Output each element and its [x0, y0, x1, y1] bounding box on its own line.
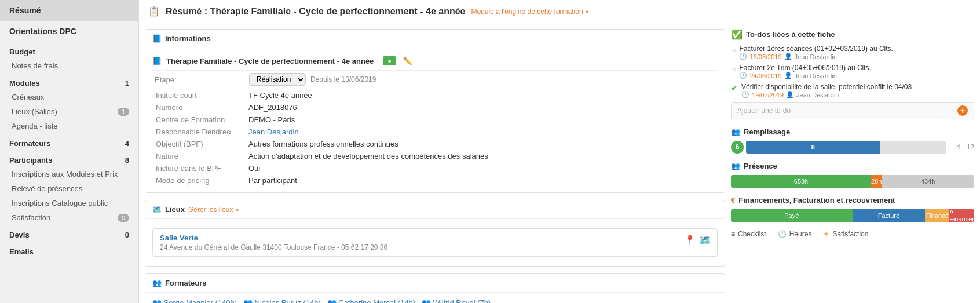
remplissage-section: 👥 Remplissage 6 8 4 12: [731, 127, 974, 154]
manage-lieux-link[interactable]: Gérer les lieux »: [188, 206, 239, 214]
checklist-item: ≡ Checklist: [731, 230, 766, 238]
lieux-section: 🗺️ Lieux Gérer les lieux » Salle Verte 2…: [145, 200, 725, 267]
book-icon: 📘: [152, 34, 162, 43]
clock-icon: 🕐: [778, 230, 787, 238]
formateur-link-3[interactable]: Wilfrid Revel (7h): [433, 298, 491, 303]
info-value-4: Autres formations professionnelles conti…: [245, 138, 718, 150]
todo-text-1: Facturer 2e Trim (04+05+06/2019) au Clts…: [739, 64, 871, 72]
location-block: Salle Verte 24 Avenue du Général de Gaul…: [152, 228, 718, 257]
info-row-6: Inclure dans le BPFOui: [152, 162, 718, 174]
formateur-3: 👥 Wilfrid Revel (7h): [422, 298, 491, 303]
presence-green: 658h: [731, 175, 871, 188]
formateur-link-1[interactable]: Nicolas Buruz (14h): [255, 298, 321, 303]
info-value-3[interactable]: Jean Desjardin: [245, 126, 718, 138]
formateur-link-2[interactable]: Catherine Mercal (14h): [338, 298, 415, 303]
todos-list: ○Facturer 1ères séances (01+02+03/2019) …: [731, 45, 974, 98]
todo-date-2: 19/07/2019: [752, 92, 784, 98]
sidebar-item-creneaux[interactable]: Créneaux: [0, 90, 138, 104]
info-value-7: Par participant: [245, 174, 718, 187]
formateurs-header: 👥 Formateurs: [145, 274, 725, 293]
sidebar-section-devis: Devis 0: [0, 225, 138, 242]
remplissage-progress: 8: [746, 141, 946, 154]
edit-icon[interactable]: ✏️: [403, 57, 412, 65]
info-row-4: Objectif (BPF)Autres formations professi…: [152, 138, 718, 150]
left-column: 📘 Informations 📘 Thérapie Familiale - Cy…: [145, 29, 731, 303]
todo-text-0: Facturer 1ères séances (01+02+03/2019) a…: [739, 45, 893, 53]
todo-item-0: ○Facturer 1ères séances (01+02+03/2019) …: [731, 45, 974, 60]
formateur-icon-3: 👥: [422, 298, 433, 303]
formation-title: Thérapie Familiale - Cycle de perfection…: [166, 57, 374, 65]
todo-user-0: Jean Desjardin: [795, 53, 837, 60]
sidebar-item-notes-frais[interactable]: Notes de frais: [0, 59, 138, 73]
info-row-5: NatureAction d'adaptation et de développ…: [152, 150, 718, 162]
sidebar-item-releve-presences[interactable]: Relevé de présences: [0, 181, 138, 196]
bottom-icons-row: ≡ Checklist 🕐 Heures ★ Satisfaction: [731, 230, 974, 238]
euro-icon: €: [731, 196, 735, 205]
map-marker-icon[interactable]: 🗺️: [699, 233, 711, 246]
sidebar-item-satisfaction[interactable]: Satisfaction 0: [0, 210, 138, 225]
module-origin-link[interactable]: Module à l'origine de cette formation »: [471, 8, 589, 16]
header-icon: 📋: [148, 6, 160, 17]
location-icons: 📍 🗺️: [683, 233, 711, 246]
info-value-2: DEMO - Paris: [245, 114, 718, 126]
location-name[interactable]: Salle Verte: [160, 233, 710, 242]
formateur-icon-0: 👥: [152, 298, 164, 303]
etape-row: Étape Réalisation Depuis le 13/06/2019: [152, 73, 718, 86]
info-label-2: Centre de Formation: [152, 114, 245, 126]
todo-clock-icon-0: 🕐: [739, 53, 747, 60]
sidebar-item-lieux-salles[interactable]: Lieux (Salles) 1: [0, 104, 138, 119]
formation-icon: 📘: [152, 57, 162, 65]
add-todo-button[interactable]: Ajouter une to-do +: [731, 102, 974, 119]
todo-check-0[interactable]: ○: [731, 45, 736, 54]
sidebar-item-inscriptions-modules[interactable]: Inscriptions aux Modules et Prix: [0, 167, 138, 181]
formateur-1: 👥 Nicolas Buruz (14h): [243, 298, 321, 303]
sidebar-item-agenda-liste[interactable]: Agenda - liste: [0, 119, 138, 133]
checklist-icon: ≡: [731, 230, 735, 238]
sidebar-item-inscriptions-catalogue[interactable]: Inscriptions Catalogue public: [0, 196, 138, 210]
heures-item: 🕐 Heures: [778, 230, 812, 238]
sidebar-item-resume[interactable]: Résumé: [0, 0, 138, 21]
presence-bar: 658h 28h 434h: [731, 175, 974, 188]
satisfaction-item: ★ Satisfaction: [823, 230, 868, 238]
formateurs-section: 👥 Formateurs 👥 Serge Magnier (140h) , 👥 …: [145, 273, 725, 303]
presence-section: 👥 Présence 658h 28h 434h: [731, 162, 974, 188]
location-pin-icon[interactable]: 📍: [683, 233, 696, 246]
todo-user-2: Jean Desjardin: [796, 92, 839, 98]
remplissage-filled: 8: [746, 141, 880, 154]
formateurs-line: 👥 Serge Magnier (140h) , 👥 Nicolas Buruz…: [152, 298, 718, 303]
info-value-6: Oui: [245, 162, 718, 174]
info-table: Intitulé courtTF Cycle 4e annéeNuméroADF…: [152, 89, 718, 187]
info-row-1: NuméroADF_2018076: [152, 101, 718, 114]
presence-orange: 28h: [871, 175, 882, 188]
formateur-icon-2: 👥: [327, 298, 339, 303]
sidebar: Résumé Orientations DPC Budget Notes de …: [0, 0, 139, 303]
etape-select[interactable]: Réalisation: [249, 73, 306, 86]
right-column: ✅ To-dos liées à cette fiche ○Facturer 1…: [731, 29, 974, 303]
info-row-3: Responsable DendreoJean Desjardin: [152, 126, 718, 138]
formateurs-icon: 👥: [152, 279, 162, 287]
todo-check-1[interactable]: ○: [731, 64, 736, 74]
info-value-1: ADF_2018076: [245, 101, 718, 114]
formateur-link-0[interactable]: Serge Magnier (140h): [164, 298, 237, 303]
finance-facture: Facturé: [853, 209, 926, 222]
todo-user-icon-1: 👤: [784, 72, 792, 79]
todo-item-1: ○Facturer 2e Trim (04+05+06/2019) au Clt…: [731, 64, 974, 79]
info-label-5: Nature: [152, 150, 245, 162]
sidebar-item-orientations-dpc[interactable]: Orientations DPC: [0, 21, 138, 42]
info-label-7: Mode de pricing: [152, 174, 245, 187]
todo-item-2: ✔Vérifier disponibilité de la salle, pot…: [731, 83, 974, 98]
todo-meta-2: 🕐19/07/2019👤Jean Desjardin: [741, 91, 912, 98]
todo-user-icon-2: 👤: [786, 91, 794, 98]
star-icon: ★: [823, 230, 829, 238]
add-todo-icon: +: [957, 105, 968, 116]
sidebar-section-formateurs: Formateurs 4: [0, 133, 138, 150]
content-area: 📘 Informations 📘 Thérapie Familiale - Cy…: [139, 23, 980, 303]
info-label-1: Numéro: [152, 101, 245, 114]
remplissage-max: 12: [963, 143, 974, 151]
todo-check-2[interactable]: ✔: [731, 83, 738, 93]
todo-date-1: 24/06/2019: [749, 72, 781, 79]
info-row-7: Mode de pricingPar participant: [152, 174, 718, 187]
info-label-4: Objectif (BPF): [152, 138, 245, 150]
finance-bar: Payé Facturé Financé A Financer: [731, 209, 974, 222]
informations-header: 📘 Informations: [145, 30, 725, 48]
